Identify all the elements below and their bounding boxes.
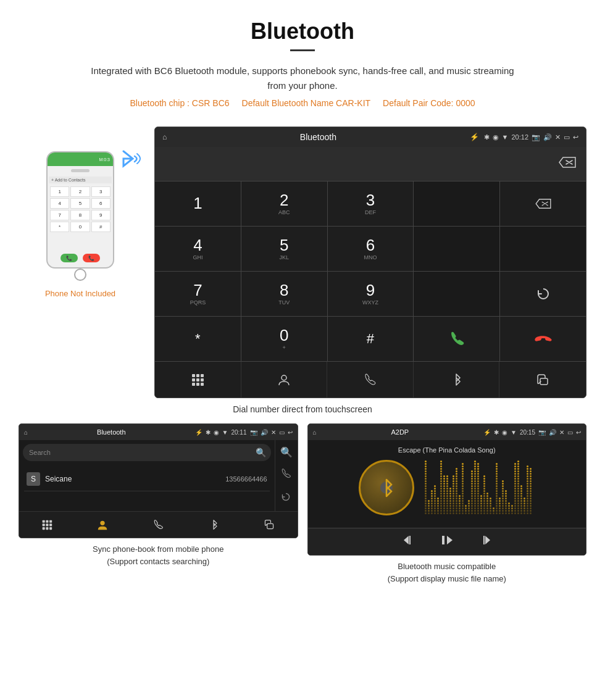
music-controls [308, 528, 586, 555]
key-1[interactable]: 1 [155, 181, 241, 226]
phonebook-body: Search 🔍 S Seicane 13566664466 🔍 [19, 440, 298, 511]
pb-location-icon: ◉ [214, 429, 219, 436]
contact-name: Seicane [45, 475, 220, 483]
pb-home-icon[interactable]: ⌂ [24, 429, 28, 436]
window-icon[interactable]: ▭ [564, 133, 570, 141]
phone-key: 3 [91, 186, 111, 197]
music-win-icon[interactable]: ▭ [567, 429, 573, 436]
equalizer-visual [424, 460, 535, 515]
key-star[interactable]: * [155, 317, 241, 361]
music-screen-title: A2DP [320, 428, 481, 436]
key-call[interactable] [414, 317, 499, 361]
home-icon[interactable]: ⌂ [162, 133, 167, 141]
svg-rect-23 [409, 536, 411, 544]
title-divider [290, 49, 315, 51]
key-2[interactable]: 2ABC [241, 181, 327, 226]
pb-nav-link[interactable] [241, 512, 297, 538]
svg-marker-25 [447, 536, 453, 544]
phone-home-button [74, 269, 86, 281]
usb-icon: ⚡ [470, 133, 479, 141]
phone-key: 6 [91, 198, 111, 209]
back-icon[interactable]: ↩ [573, 133, 578, 141]
dial-screen-title: Bluetooth [172, 132, 464, 142]
music-home-icon[interactable]: ⌂ [313, 429, 317, 436]
key-end-call[interactable] [500, 317, 586, 361]
phone-key: 4 [50, 198, 69, 209]
key-0[interactable]: 0+ [241, 317, 327, 361]
pb-nav-dialpad[interactable] [19, 512, 75, 538]
bt-chip: Bluetooth chip : CSR BC6 [130, 98, 229, 108]
nav-phone[interactable] [327, 362, 414, 398]
bt-code: Default Pair Code: 0000 [383, 98, 475, 108]
next-button[interactable] [478, 533, 492, 550]
bottom-section: ⌂ Bluetooth ⚡ ✱ ◉ ▼ 20:11 📷 🔊 ✕ ▭ ↩ Sear… [0, 423, 605, 597]
search-bar[interactable]: Search 🔍 [23, 444, 271, 461]
key-empty-4 [414, 272, 499, 316]
page-title: Bluetooth [12, 19, 593, 44]
pb-nav-user[interactable] [75, 512, 130, 538]
pb-bt-icon: ✱ [206, 429, 211, 436]
dial-statusbar: ⌂ Bluetooth ⚡ ✱ ◉ ▼ 20:12 📷 🔊 ✕ ▭ ↩ [155, 127, 586, 147]
key-refresh[interactable] [500, 272, 586, 316]
key-3[interactable]: 3DEF [328, 181, 414, 226]
pb-nav-phone[interactable] [130, 512, 186, 538]
signal-icon: ▼ [502, 133, 509, 141]
prev-button[interactable] [402, 533, 415, 550]
phone-body: M:0:3 + Add to Contacts 1 2 3 4 5 6 7 8 … [46, 151, 114, 269]
key-empty-3 [500, 227, 586, 271]
pb-win-icon[interactable]: ▭ [279, 429, 285, 436]
music-album-area [314, 460, 580, 515]
pb-back-icon[interactable]: ↩ [288, 429, 293, 436]
key-8[interactable]: 8TUV [241, 272, 327, 316]
svg-rect-7 [196, 383, 199, 386]
pb-side-search[interactable]: 🔍 [280, 446, 293, 458]
pb-nav-bluetooth[interactable] [186, 512, 241, 538]
pb-vol-icon: 🔊 [261, 429, 268, 436]
key-6[interactable]: 6MNO [328, 227, 414, 271]
play-pause-button[interactable] [440, 533, 454, 550]
contact-list: S Seicane 13566664466 [19, 465, 275, 494]
key-4[interactable]: 4GHI [155, 227, 241, 271]
key-hash[interactable]: # [328, 317, 414, 361]
backspace-button[interactable] [558, 156, 577, 172]
music-content: Escape (The Pina Colada Song) [308, 440, 586, 528]
music-back-icon[interactable]: ↩ [576, 429, 581, 436]
phone-key: 1 [50, 186, 69, 197]
search-placeholder: Search [29, 449, 51, 456]
contact-letter: S [27, 472, 40, 486]
svg-rect-3 [192, 378, 195, 381]
phonebook-card: ⌂ Bluetooth ⚡ ✱ ◉ ▼ 20:11 📷 🔊 ✕ ▭ ↩ Sear… [19, 423, 298, 585]
svg-marker-26 [485, 536, 490, 544]
nav-dialpad[interactable] [155, 362, 241, 398]
svg-rect-12 [46, 520, 48, 523]
key-7[interactable]: 7PQRS [155, 272, 241, 316]
phonebook-screen: ⌂ Bluetooth ⚡ ✱ ◉ ▼ 20:11 📷 🔊 ✕ ▭ ↩ Sear… [19, 423, 298, 538]
nav-bluetooth[interactable] [414, 362, 500, 398]
phone-key: 2 [70, 186, 90, 197]
key-backspace[interactable] [500, 181, 586, 226]
key-9[interactable]: 9WXYZ [328, 272, 414, 316]
pb-side-refresh[interactable] [280, 491, 293, 505]
nav-contacts[interactable] [241, 362, 328, 398]
pb-side-phone[interactable] [280, 468, 293, 481]
phone-key: # [91, 222, 111, 232]
album-art [359, 460, 414, 515]
close-icon[interactable]: ✕ [555, 133, 561, 141]
nav-link[interactable] [499, 362, 586, 398]
pb-close-icon[interactable]: ✕ [271, 429, 276, 436]
svg-rect-17 [43, 527, 45, 530]
phone-image: M:0:3 + Add to Contacts 1 2 3 4 5 6 7 8 … [37, 151, 123, 283]
music-signal-icon: ▼ [511, 429, 517, 436]
music-card: ⌂ A2DP ⚡ ✱ ◉ ▼ 20:15 📷 🔊 ✕ ▭ ↩ Escape (T… [307, 423, 587, 585]
phone-not-included-label: Phone Not Included [45, 289, 115, 298]
contact-row[interactable]: S Seicane 13566664466 [24, 467, 270, 491]
main-section: M:0:3 + Add to Contacts 1 2 3 4 5 6 7 8 … [0, 127, 605, 398]
bt-icon: ✱ [484, 133, 490, 141]
svg-rect-1 [196, 374, 199, 377]
key-5[interactable]: 5JKL [241, 227, 327, 271]
contact-phone: 13566664466 [225, 475, 267, 483]
svg-rect-0 [192, 374, 195, 377]
phone-illustration: M:0:3 + Add to Contacts 1 2 3 4 5 6 7 8 … [19, 127, 142, 398]
dial-caption: Dial number direct from touchscreen [0, 404, 605, 414]
music-close-icon[interactable]: ✕ [559, 429, 564, 436]
